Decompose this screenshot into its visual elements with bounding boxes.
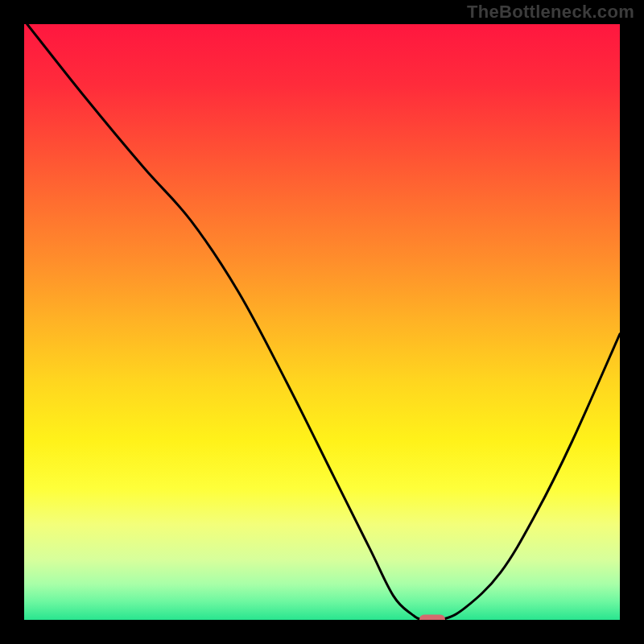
gradient-background: [24, 24, 620, 620]
optimal-marker: [419, 615, 445, 621]
plot-area: [24, 24, 620, 620]
bottleneck-chart-svg: [24, 24, 620, 620]
chart-frame: TheBottleneck.com: [0, 0, 644, 644]
watermark-text: TheBottleneck.com: [467, 2, 634, 23]
